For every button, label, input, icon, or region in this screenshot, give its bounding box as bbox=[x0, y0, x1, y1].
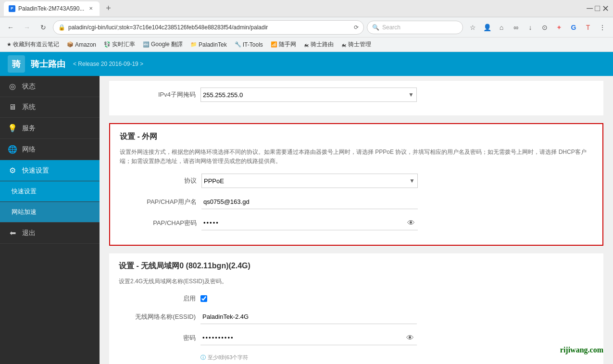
bookmark-label: PaladinTek bbox=[199, 41, 227, 48]
status-icon: ◎ bbox=[8, 82, 17, 91]
bookmark-label: 收藏到有道云笔记 bbox=[13, 40, 59, 49]
sidebar-subitem-label: 网站加速 bbox=[12, 208, 37, 216]
sidebar-subitem-quick-settings[interactable]: 快速设置 bbox=[0, 181, 100, 202]
tab-close-button[interactable]: ✕ bbox=[87, 5, 95, 13]
sidebar-item-system[interactable]: 🖥 系统 bbox=[0, 97, 100, 118]
sidebar: ◎ 状态 🖥 系统 💡 服务 🌐 网络 ⚙ 快速设置 快速设置 bbox=[0, 76, 100, 364]
wan-password-label: PAP/CHAP密码 bbox=[120, 219, 197, 227]
sidebar-item-services[interactable]: 💡 服务 bbox=[0, 118, 100, 139]
back-button[interactable]: ← bbox=[4, 21, 17, 34]
google-translate-icon: 🔤 bbox=[143, 41, 150, 48]
sidebar-subitem-label: 快速设置 bbox=[12, 187, 37, 196]
bookmark-exchange[interactable]: 💱 实时汇率 bbox=[101, 39, 138, 50]
wifi-enable-checkbox[interactable] bbox=[200, 295, 207, 302]
person-button[interactable]: 👤 bbox=[480, 21, 494, 34]
sync-button[interactable]: ⊙ bbox=[538, 21, 551, 34]
menu-button[interactable]: ⋮ bbox=[596, 21, 609, 34]
username-row: PAP/CHAP用户名 bbox=[120, 195, 593, 209]
username-input-wrapper bbox=[201, 195, 418, 209]
browser-tab[interactable]: P PaladinTek-2M743A590... ✕ bbox=[4, 1, 100, 16]
subnet-mask-select[interactable]: 255.255.255.0 bbox=[200, 88, 417, 102]
username-input[interactable] bbox=[201, 195, 418, 209]
bookmark-suishouwang[interactable]: 📶 随手网 bbox=[268, 39, 299, 50]
network-icon: 🌐 bbox=[8, 145, 17, 154]
sidebar-item-label: 快速设置 bbox=[22, 166, 49, 175]
search-icon: 🔍 bbox=[372, 24, 379, 31]
services-icon: 💡 bbox=[8, 124, 17, 133]
wifi-section-description: 设置2.4G无线局域网名称(ESSID)及密码。 bbox=[119, 277, 594, 286]
bookmark-label: IT-Tools bbox=[243, 41, 263, 48]
todoist-button[interactable]: T bbox=[581, 21, 595, 34]
wifi-password-label: 密码 bbox=[119, 334, 196, 342]
app-header: 骑 骑士路由 < Release 20 2016-09-19 > bbox=[0, 52, 613, 76]
protocol-select-wrapper: PPPoE DHCP客户端 静态地址 ▼ bbox=[201, 174, 418, 188]
bookmark-label: 骑士管理 bbox=[348, 40, 371, 49]
wifi-hint-text-wrapper: ⓘ 至少8到63个字符 bbox=[200, 354, 248, 361]
wan-section-title: 设置 - 外网 bbox=[120, 132, 593, 142]
reload-button[interactable]: ↻ bbox=[37, 21, 50, 34]
suishouwang-icon: 📶 bbox=[271, 41, 277, 48]
tab-title: PaladinTek-2M743A590... bbox=[18, 5, 84, 12]
sidebar-item-quick-settings[interactable]: ⚙ 快速设置 bbox=[0, 160, 100, 181]
search-bar[interactable]: 🔍 Search bbox=[367, 21, 463, 34]
wifi-hint-text: 至少8到63个字符 bbox=[208, 354, 248, 361]
color-button[interactable]: ✦ bbox=[552, 21, 566, 34]
bookmark-label: 随手网 bbox=[279, 40, 296, 49]
logout-icon: ⬅ bbox=[8, 228, 17, 238]
qishi-admin-icon: 🏍 bbox=[341, 42, 347, 48]
ssid-input[interactable] bbox=[200, 310, 417, 324]
wifi-enable-row: 启用 bbox=[119, 294, 594, 303]
subnet-mask-select-wrapper: 255.255.255.0 ▼ bbox=[200, 88, 417, 102]
new-tab-button[interactable]: + bbox=[101, 2, 115, 15]
tab-favicon: P bbox=[9, 5, 15, 12]
paladintek-icon: 📁 bbox=[190, 41, 197, 48]
extensions-button[interactable]: ∞ bbox=[509, 21, 523, 34]
wifi-password-input[interactable] bbox=[200, 331, 417, 345]
wan-section-description: 设置外网连接方式，根据您的网络环境选择不同的协议。如果需要通过本路由器拨号上网时… bbox=[120, 148, 593, 166]
download-button[interactable]: ↓ bbox=[524, 21, 537, 34]
bookmark-paladintek[interactable]: 📁 PaladinTek bbox=[188, 40, 230, 49]
bookmark-star-button[interactable]: ☆ bbox=[466, 21, 479, 34]
wifi-enable-label: 启用 bbox=[119, 294, 196, 303]
hint-info-icon: ⓘ bbox=[200, 354, 206, 361]
bookmark-youdao[interactable]: ★ 收藏到有道云笔记 bbox=[4, 39, 62, 50]
bookmark-label: 实时汇率 bbox=[112, 40, 135, 49]
wan-password-input[interactable] bbox=[201, 216, 418, 230]
bookmark-qishi-admin[interactable]: 🏍 骑士管理 bbox=[338, 39, 374, 50]
sidebar-item-label: 系统 bbox=[22, 103, 36, 112]
grammarly-button[interactable]: G bbox=[567, 21, 580, 34]
sidebar-item-logout[interactable]: ⬅ 退出 bbox=[0, 223, 100, 244]
sidebar-subitem-website-boost[interactable]: 网站加速 bbox=[0, 202, 100, 223]
it-tools-icon: 🔧 bbox=[235, 41, 241, 48]
home-button[interactable]: ⌂ bbox=[495, 21, 508, 34]
maximize-button[interactable]: □ bbox=[595, 3, 600, 14]
bookmark-label: Google 翻譯 bbox=[151, 40, 183, 49]
bookmark-google-translate[interactable]: 🔤 Google 翻譯 bbox=[140, 39, 186, 50]
bookmark-label: 骑士路由 bbox=[311, 40, 334, 49]
protocol-label: 协议 bbox=[120, 176, 197, 185]
sidebar-item-status[interactable]: ◎ 状态 bbox=[0, 76, 100, 97]
youdao-icon: ★ bbox=[7, 41, 12, 48]
forward-button[interactable]: → bbox=[20, 21, 34, 34]
ssid-row: 无线网络名称(ESSID) bbox=[119, 310, 594, 324]
bookmark-qishi-router[interactable]: 🏍 骑士路由 bbox=[301, 39, 337, 50]
protocol-select[interactable]: PPPoE DHCP客户端 静态地址 bbox=[201, 174, 418, 188]
bookmark-label: Amazon bbox=[75, 41, 96, 48]
system-icon: 🖥 bbox=[8, 103, 17, 112]
close-window-button[interactable]: ✕ bbox=[602, 3, 609, 14]
refresh-icon[interactable]: ⟳ bbox=[354, 24, 359, 31]
browser-titlebar: P PaladinTek-2M743A590... ✕ + ─ □ ✕ ← → … bbox=[0, 0, 613, 52]
exchange-icon: 💱 bbox=[104, 41, 111, 48]
minimize-button[interactable]: ─ bbox=[587, 3, 593, 14]
main-content: IPv4子网掩码 255.255.255.0 ▼ 设置 - 外网 设置外网连接方… bbox=[100, 76, 613, 364]
bookmark-it-tools[interactable]: 🔧 IT-Tools bbox=[232, 40, 266, 49]
wan-password-eye-icon[interactable]: 👁 bbox=[407, 219, 415, 227]
wifi-password-eye-icon[interactable]: 👁 bbox=[406, 334, 414, 342]
protocol-row: 协议 PPPoE DHCP客户端 静态地址 ▼ bbox=[120, 174, 593, 188]
ssid-label: 无线网络名称(ESSID) bbox=[119, 313, 196, 321]
subnet-mask-label: IPv4子网掩码 bbox=[119, 90, 196, 99]
sidebar-item-network[interactable]: 🌐 网络 bbox=[0, 139, 100, 160]
address-bar[interactable]: 🔒 paladin/cgi-bin/luci/;stok=37c16e104c2… bbox=[53, 20, 364, 35]
bookmark-amazon[interactable]: 📦 Amazon bbox=[64, 40, 99, 49]
url-display: paladin/cgi-bin/luci/;stok=37c16e104c238… bbox=[68, 24, 351, 31]
